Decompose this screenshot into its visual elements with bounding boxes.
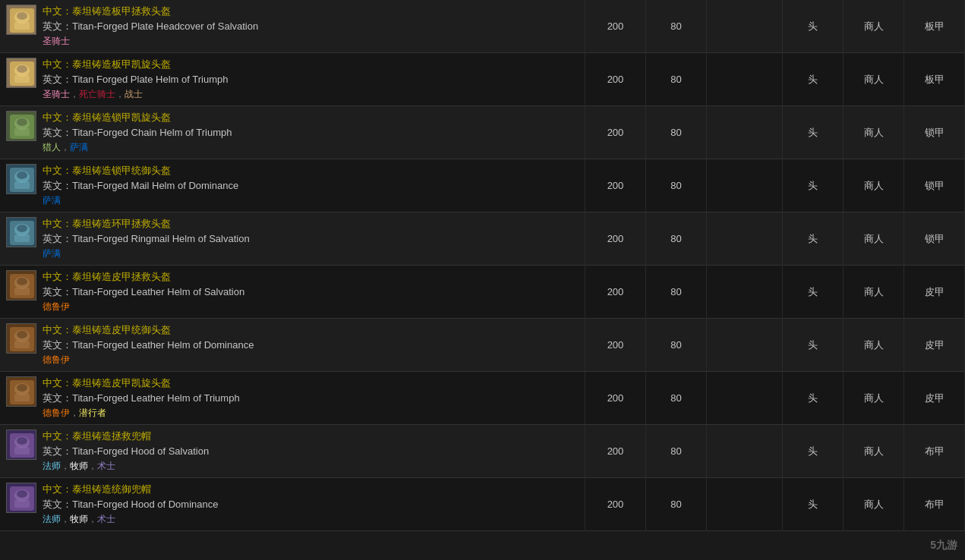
honor-cost: 200 — [585, 425, 646, 478]
armor-type: 皮甲 — [904, 266, 965, 319]
svg-point-34 — [17, 331, 27, 338]
item-source: 商人 — [844, 372, 904, 425]
item-en-name: 英文：Titan-Forged Ringmail Helm of Salvati… — [43, 232, 250, 246]
honor-cost: 200 — [585, 212, 646, 266]
svg-point-39 — [17, 384, 27, 392]
item-classes: 圣骑士 — [43, 35, 258, 48]
item-cell: 中文：泰坦铸造板甲凯旋头盔 英文：Titan Forged Plate Helm… — [0, 53, 585, 106]
item-classes: 萨满 — [43, 247, 250, 260]
item-icon — [6, 111, 36, 141]
rating-requirement: 80 — [646, 425, 707, 478]
rating-requirement: 80 — [646, 159, 707, 212]
class-label: 牧师 — [70, 514, 88, 524]
rating-requirement: 80 — [646, 0, 707, 53]
svg-point-19 — [17, 171, 27, 179]
class-label: 圣骑士 — [43, 36, 70, 46]
item-info: 中文：泰坦铸造环甲拯救头盔 英文：Titan-Forged Ringmail H… — [43, 217, 250, 260]
empty-col — [707, 212, 783, 266]
class-label: 战士 — [125, 89, 143, 99]
item-source: 商人 — [844, 159, 904, 212]
item-slot: 头 — [783, 159, 844, 212]
item-info: 中文：泰坦铸造锁甲统御头盔 英文：Titan-Forged Mail Helm … — [43, 164, 238, 207]
item-info: 中文：泰坦铸造皮甲凯旋头盔 英文：Titan-Forged Leather He… — [43, 376, 240, 420]
class-label: 猎人 — [43, 142, 61, 153]
item-classes: 萨满 — [43, 194, 238, 207]
item-cn-name: 中文：泰坦铸造统御兜帽 — [43, 483, 218, 496]
class-label: 萨满 — [43, 248, 61, 259]
svg-rect-3 — [14, 22, 30, 30]
empty-col — [707, 159, 783, 212]
item-source: 商人 — [844, 319, 904, 372]
item-en-name: 英文：Titan-Forged Leather Helm of Triumph — [43, 392, 240, 405]
empty-col — [707, 425, 783, 478]
class-label: 萨满 — [70, 142, 88, 153]
class-label: 术士 — [97, 461, 115, 471]
class-label: 德鲁伊 — [43, 301, 70, 312]
svg-rect-13 — [14, 128, 30, 136]
item-cell: 中文：泰坦铸造皮甲拯救头盔 英文：Titan-Forged Leather He… — [0, 266, 585, 319]
item-icon — [6, 376, 36, 407]
item-slot: 头 — [783, 266, 844, 319]
item-classes: 德鲁伊，潜行者 — [43, 407, 240, 420]
item-cn-name: 中文：泰坦铸造皮甲拯救头盔 — [43, 270, 244, 284]
rating-requirement: 80 — [646, 212, 707, 266]
armor-type: 板甲 — [904, 0, 965, 53]
item-cell: 中文：泰坦铸造统御兜帽 英文：Titan-Forged Hood of Domi… — [0, 478, 585, 531]
item-cn-name: 中文：泰坦铸造拯救兜帽 — [43, 429, 209, 443]
item-source: 商人 — [844, 0, 904, 53]
item-slot: 头 — [783, 106, 844, 159]
item-classes: 法师，牧师，术士 — [43, 513, 218, 526]
item-classes: 德鲁伊 — [43, 354, 254, 367]
item-en-name: 英文：Titan-Forged Hood of Salvation — [43, 445, 209, 458]
item-slot: 头 — [783, 212, 844, 266]
class-label: 术士 — [97, 514, 115, 524]
svg-rect-43 — [14, 447, 30, 455]
item-info: 中文：泰坦铸造锁甲凯旋头盔 英文：Titan-Forged Chain Helm… — [43, 111, 232, 154]
item-cell: 中文：泰坦铸造锁甲凯旋头盔 英文：Titan-Forged Chain Helm… — [0, 106, 585, 159]
item-cell: 中文：泰坦铸造皮甲统御头盔 英文：Titan-Forged Leather He… — [0, 319, 585, 372]
table-row: 中文：泰坦铸造锁甲凯旋头盔 英文：Titan-Forged Chain Helm… — [0, 106, 965, 159]
item-en-name: 英文：Titan-Forged Leather Helm of Salvatio… — [43, 285, 244, 299]
item-info: 中文：泰坦铸造统御兜帽 英文：Titan-Forged Hood of Domi… — [43, 483, 218, 526]
rating-requirement: 80 — [646, 53, 707, 106]
rating-requirement: 80 — [646, 478, 707, 531]
item-slot: 头 — [783, 53, 844, 106]
item-slot: 头 — [783, 478, 844, 531]
item-slot: 头 — [783, 0, 844, 53]
item-classes: 猎人，萨满 — [43, 141, 232, 154]
class-label: 德鲁伊 — [43, 407, 70, 418]
table-row: 中文：泰坦铸造统御兜帽 英文：Titan-Forged Hood of Domi… — [0, 478, 965, 531]
armor-type: 皮甲 — [904, 319, 965, 372]
item-en-name: 英文：Titan Forged Plate Helm of Triumph — [43, 73, 228, 87]
svg-point-14 — [17, 118, 27, 126]
item-classes: 圣骑士，死亡骑士，战士 — [43, 88, 228, 101]
item-info: 中文：泰坦铸造板甲凯旋头盔 英文：Titan Forged Plate Helm… — [43, 58, 228, 101]
rating-requirement: 80 — [646, 319, 707, 372]
table-row: 中文：泰坦铸造拯救兜帽 英文：Titan-Forged Hood of Salv… — [0, 425, 965, 478]
armor-type: 锁甲 — [904, 106, 965, 159]
item-icon — [6, 483, 36, 513]
item-cn-name: 中文：泰坦铸造板甲凯旋头盔 — [43, 58, 228, 71]
class-label: 圣骑士 — [43, 89, 70, 99]
item-cn-name: 中文：泰坦铸造环甲拯救头盔 — [43, 217, 250, 231]
item-cn-name: 中文：泰坦铸造锁甲统御头盔 — [43, 164, 238, 178]
class-label: 牧师 — [70, 461, 88, 471]
svg-rect-23 — [14, 234, 30, 242]
table-row: 中文：泰坦铸造皮甲统御头盔 英文：Titan-Forged Leather He… — [0, 319, 965, 372]
item-cn-name: 中文：泰坦铸造板甲拯救头盔 — [43, 5, 258, 18]
items-table: 中文：泰坦铸造板甲拯救头盔 英文：Titan-Forged Plate Head… — [0, 0, 965, 531]
svg-rect-33 — [14, 341, 30, 348]
item-icon — [6, 270, 36, 300]
armor-type: 皮甲 — [904, 372, 965, 425]
item-cell: 中文：泰坦铸造拯救兜帽 英文：Titan-Forged Hood of Salv… — [0, 425, 585, 478]
svg-point-44 — [17, 437, 27, 445]
honor-cost: 200 — [585, 53, 646, 106]
armor-type: 布甲 — [904, 425, 965, 478]
svg-point-49 — [17, 490, 27, 498]
class-label: 萨满 — [43, 195, 61, 206]
empty-col — [707, 372, 783, 425]
svg-rect-28 — [14, 288, 30, 295]
item-source: 商人 — [844, 425, 904, 478]
svg-rect-8 — [14, 75, 30, 83]
item-info: 中文：泰坦铸造板甲拯救头盔 英文：Titan-Forged Plate Head… — [43, 5, 258, 48]
